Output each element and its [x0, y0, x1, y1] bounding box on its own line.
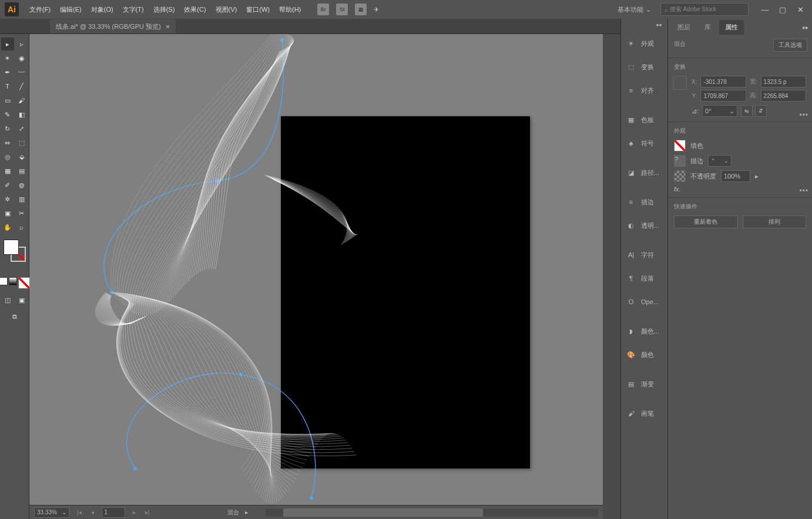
- magic-wand-tool[interactable]: ✴: [1, 52, 14, 65]
- recolor-button[interactable]: 重新着色: [674, 215, 738, 228]
- panel-collapse-icon[interactable]: ▸▸: [803, 24, 808, 31]
- menu-effect[interactable]: 效果(C): [179, 3, 210, 16]
- dock-paragraph[interactable]: ¶段落: [621, 267, 667, 290]
- symbol-sprayer-tool[interactable]: ✲: [1, 193, 14, 205]
- document-tab[interactable]: 线条.ai* @ 33.33% (RGB/GPU 预览) ×: [50, 19, 176, 33]
- curvature-tool[interactable]: 〰: [15, 66, 28, 79]
- next-artboard-button[interactable]: ▸: [131, 509, 137, 515]
- perspective-tool[interactable]: ⬙: [15, 150, 28, 163]
- arrange-docs-icon[interactable]: ▦: [355, 4, 367, 15]
- eyedropper-tool[interactable]: ✐: [1, 178, 14, 191]
- slice-tool[interactable]: ✂: [15, 207, 28, 220]
- line-tool[interactable]: ╱: [15, 80, 28, 93]
- menu-help[interactable]: 帮助(H): [274, 3, 306, 16]
- rotate-input[interactable]: 0°⌄: [702, 105, 737, 117]
- opacity-input[interactable]: 100%: [721, 170, 750, 182]
- fill-stroke-swatch[interactable]: [4, 240, 26, 262]
- horizontal-scrollbar[interactable]: [266, 508, 598, 517]
- y-input[interactable]: 1709.867: [700, 90, 746, 102]
- artboard-number-input[interactable]: 1: [102, 507, 125, 518]
- zoom-tool[interactable]: ⌕: [15, 221, 28, 234]
- hand-tool[interactable]: ✋: [1, 221, 14, 234]
- change-screen-mode[interactable]: ⧉: [8, 310, 21, 323]
- menu-edit[interactable]: 编辑(E): [55, 3, 86, 16]
- lasso-tool[interactable]: ◉: [15, 52, 28, 65]
- pen-tool[interactable]: ✒: [1, 66, 14, 79]
- direct-selection-tool[interactable]: ▹: [15, 38, 28, 50]
- dock-gradient[interactable]: ▤渐变: [621, 372, 667, 396]
- canvas[interactable]: [29, 34, 603, 505]
- bridge-icon[interactable]: Br: [317, 4, 329, 15]
- flip-vertical-button[interactable]: ⇵: [755, 105, 767, 117]
- menu-object[interactable]: 对象(O): [86, 3, 118, 16]
- type-tool[interactable]: T: [1, 80, 14, 93]
- dock-appearance[interactable]: ☀外观: [621, 32, 667, 55]
- x-input[interactable]: -301.378: [700, 76, 746, 87]
- selection-tool[interactable]: ▸: [1, 38, 14, 50]
- stock-search-input[interactable]: ⌕ 搜索 Adobe Stock: [660, 3, 749, 16]
- shape-builder-tool[interactable]: ◎: [1, 150, 14, 163]
- paintbrush-tool[interactable]: 🖌: [15, 94, 28, 107]
- reference-point-selector[interactable]: [673, 76, 687, 90]
- dock-symbols[interactable]: ♣符号: [621, 132, 667, 155]
- dock-swatches[interactable]: ▦色板: [621, 108, 667, 132]
- dock-stroke[interactable]: ≡描边: [621, 190, 667, 214]
- tab-layers[interactable]: 图层: [672, 20, 696, 35]
- menu-select[interactable]: 选择(S): [149, 3, 180, 16]
- zoom-input[interactable]: 33.33%⌄: [34, 507, 69, 518]
- swatch-gradient[interactable]: [9, 277, 17, 285]
- section-menu-icon[interactable]: •••: [799, 187, 808, 195]
- dock-collapse-button[interactable]: ◂◂: [650, 19, 667, 31]
- swatch-none[interactable]: [18, 277, 30, 289]
- dock-transparency[interactable]: ◐透明...: [621, 214, 667, 237]
- shaper-tool[interactable]: ✎: [1, 108, 14, 121]
- h-input[interactable]: 2265.884: [761, 90, 806, 102]
- blend-tool[interactable]: ◍: [15, 178, 28, 191]
- graph-tool[interactable]: ▥: [15, 193, 28, 205]
- dock-brushes[interactable]: 🖌画笔: [621, 402, 667, 425]
- flip-horizontal-button[interactable]: ⇋: [741, 105, 753, 117]
- menu-file[interactable]: 文件(F): [25, 3, 55, 16]
- mesh-tool[interactable]: ▦: [1, 164, 14, 177]
- artboard-tool[interactable]: ▣: [1, 207, 14, 220]
- menu-view[interactable]: 视图(V): [211, 3, 242, 16]
- maximize-button[interactable]: ▢: [776, 4, 790, 15]
- close-button[interactable]: ✕: [793, 4, 807, 15]
- eraser-tool[interactable]: ◧: [15, 108, 28, 121]
- fill-swatch[interactable]: [4, 240, 19, 255]
- last-artboard-button[interactable]: ▸|: [143, 509, 152, 515]
- rotate-tool[interactable]: ↻: [1, 122, 14, 135]
- free-transform-tool[interactable]: ⬚: [15, 136, 28, 149]
- w-input[interactable]: 1323.5 p: [761, 76, 806, 87]
- rectangle-tool[interactable]: ▭: [1, 94, 14, 107]
- tab-libraries[interactable]: 库: [699, 20, 717, 35]
- width-tool[interactable]: ⇔: [1, 136, 14, 149]
- first-artboard-button[interactable]: |◂: [75, 509, 83, 515]
- tool-options-button[interactable]: 工具选项: [773, 39, 807, 52]
- dock-align[interactable]: ≡对齐: [621, 79, 667, 102]
- opacity-swatch[interactable]: [674, 170, 686, 182]
- tab-properties[interactable]: 属性: [719, 20, 744, 35]
- swatch-white[interactable]: [0, 277, 8, 285]
- tab-close-icon[interactable]: ×: [166, 22, 170, 31]
- prev-artboard-button[interactable]: ◂: [89, 509, 96, 515]
- status-menu-icon[interactable]: ▸: [245, 509, 248, 515]
- fx-button[interactable]: fx.: [674, 186, 806, 193]
- screen-mode-normal[interactable]: ◫: [1, 294, 14, 306]
- gradient-tool[interactable]: ▤: [15, 164, 28, 177]
- arrange-button[interactable]: 排列: [743, 215, 807, 228]
- scale-tool[interactable]: ⤢: [15, 122, 28, 135]
- fill-swatch[interactable]: [674, 140, 686, 151]
- opacity-menu-icon[interactable]: ▸: [755, 173, 759, 180]
- screen-mode-full[interactable]: ▣: [15, 294, 28, 306]
- dock-character[interactable]: A|字符: [621, 243, 667, 267]
- dock-opentype[interactable]: OOpe...: [621, 290, 667, 314]
- stroke-swatch[interactable]: ?: [674, 155, 686, 167]
- workspace-selector[interactable]: 基本功能 ⌄: [613, 3, 656, 16]
- section-menu-icon[interactable]: •••: [799, 111, 808, 119]
- menu-type[interactable]: 文字(T): [118, 3, 149, 16]
- dock-transform[interactable]: ⬚变换: [621, 55, 667, 79]
- stock-icon[interactable]: St: [336, 4, 348, 15]
- rocket-icon[interactable]: ✈: [374, 6, 379, 14]
- menu-window[interactable]: 窗口(W): [241, 3, 274, 16]
